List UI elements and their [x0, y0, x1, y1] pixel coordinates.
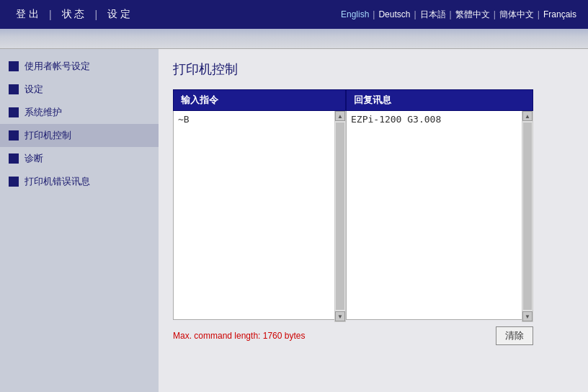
maintenance-icon — [9, 107, 19, 117]
sidebar: 使用者帐号设定 设定 系统维护 打印机控制 诊断 打印机错误讯息 — [0, 49, 159, 392]
sidebar-item-settings[interactable]: 设定 — [0, 78, 159, 101]
sidebar-item-settings-label: 设定 — [24, 83, 43, 96]
nav-left: 登 出 | 状 态 | 设 定 — [12, 8, 135, 21]
response-column: 回复讯息 EZPi-1200 G3.008 ▲ ▼ — [346, 89, 533, 322]
input-scrollbar[interactable]: ▲ ▼ — [334, 111, 346, 322]
response-scrollbar[interactable]: ▲ ▼ — [522, 111, 533, 322]
lang-french[interactable]: Français — [543, 9, 576, 19]
top-nav: 登 出 | 状 态 | 设 定 English | Deutsch | 日本語 … — [0, 0, 588, 29]
input-textarea[interactable]: ~B — [173, 111, 346, 320]
main-area: 使用者帐号设定 设定 系统维护 打印机控制 诊断 打印机错误讯息 打印机控制 — [0, 49, 588, 392]
input-scroll-thumb[interactable] — [336, 122, 344, 310]
sidebar-item-maintenance[interactable]: 系统维护 — [0, 101, 159, 124]
printer-control-icon — [9, 130, 19, 141]
subtitle-bar — [0, 29, 588, 49]
input-header: 输入指令 — [173, 89, 346, 111]
sidebar-item-diagnostics-label: 诊断 — [24, 152, 43, 165]
max-length-text: Max. command length: 1760 bytes — [173, 331, 305, 341]
diagnostics-icon — [9, 153, 19, 164]
sep2: | — [94, 9, 97, 20]
sidebar-item-printer-error-label: 打印机错误讯息 — [24, 175, 90, 188]
logout-link[interactable]: 登 出 — [12, 8, 43, 21]
lang-english[interactable]: English — [341, 9, 369, 19]
response-header: 回复讯息 — [346, 89, 533, 111]
sidebar-item-printer-error[interactable]: 打印机错误讯息 — [0, 170, 159, 193]
input-column: 输入指令 ~B ▲ ▼ — [173, 89, 346, 322]
settings-icon — [9, 84, 19, 94]
sidebar-item-account[interactable]: 使用者帐号设定 — [0, 55, 159, 78]
sidebar-item-printer-control-label: 打印机控制 — [24, 129, 71, 142]
settings-link[interactable]: 设 定 — [103, 8, 135, 21]
lang-japanese[interactable]: 日本語 — [420, 9, 446, 21]
lang-traditional-chinese[interactable]: 繁體中文 — [455, 9, 490, 21]
language-selector: English | Deutsch | 日本語 | 繁體中文 | 簡体中文 | … — [341, 9, 576, 21]
lang-simplified-chinese[interactable]: 簡体中文 — [499, 9, 534, 21]
printer-error-icon — [9, 177, 19, 187]
response-scroll-thumb[interactable] — [523, 122, 532, 310]
sep1: | — [49, 9, 52, 20]
input-scroll-down[interactable]: ▼ — [335, 311, 345, 321]
status-link[interactable]: 状 态 — [58, 8, 89, 21]
sidebar-item-printer-control[interactable]: 打印机控制 — [0, 124, 159, 147]
lang-deutsch[interactable]: Deutsch — [378, 9, 410, 19]
response-scroll-up[interactable]: ▲ — [522, 111, 533, 121]
response-textarea-wrapper: EZPi-1200 G3.008 ▲ ▼ — [346, 111, 533, 322]
content-area: 打印机控制 输入指令 ~B ▲ ▼ 回复讯息 EZPi-1200 G3. — [159, 49, 588, 392]
account-icon — [9, 61, 19, 71]
input-scroll-up[interactable]: ▲ — [335, 111, 345, 121]
page-title: 打印机控制 — [173, 61, 574, 78]
bottom-bar: Max. command length: 1760 bytes 清除 — [173, 326, 533, 345]
input-textarea-wrapper: ~B ▲ ▼ — [173, 111, 346, 322]
sidebar-item-account-label: 使用者帐号设定 — [24, 60, 90, 73]
response-textarea[interactable]: EZPi-1200 G3.008 — [346, 111, 533, 320]
response-scroll-down[interactable]: ▼ — [522, 311, 533, 321]
sidebar-item-diagnostics[interactable]: 诊断 — [0, 147, 159, 170]
sidebar-item-maintenance-label: 系统维护 — [24, 106, 62, 119]
control-panel: 输入指令 ~B ▲ ▼ 回复讯息 EZPi-1200 G3.008 ▲ — [173, 89, 533, 322]
clear-button[interactable]: 清除 — [496, 326, 533, 345]
